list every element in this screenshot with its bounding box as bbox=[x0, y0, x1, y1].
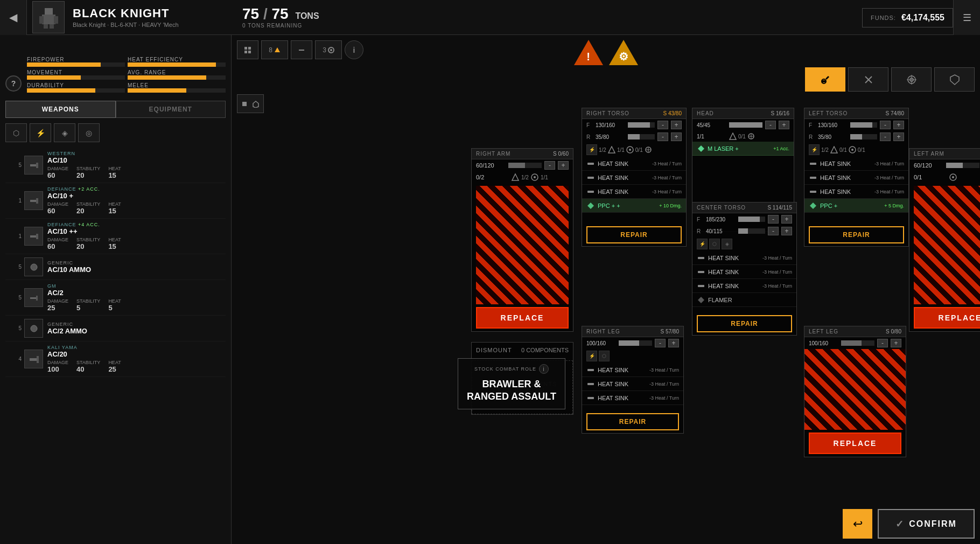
rl-comp-1[interactable]: HEAT SINK -3 Heat / Turn bbox=[582, 363, 683, 377]
undo-button[interactable]: ↩ bbox=[843, 509, 872, 539]
ct-hp-f-plus[interactable]: + bbox=[781, 215, 792, 224]
tab-weapons[interactable]: WEAPONS bbox=[5, 101, 116, 118]
combat-role-box: STOCK COMBAT ROLE i BRAWLER &RANGED ASSA… bbox=[458, 358, 565, 409]
ct-hp-r-plus[interactable]: + bbox=[781, 227, 792, 235]
svg-rect-64 bbox=[698, 257, 704, 259]
rt-hp-r-minus[interactable]: - bbox=[657, 132, 668, 141]
list-item[interactable]: 5 WESTERN AC/10 DAMAGE60 STABILITY20 HEA… bbox=[5, 148, 226, 183]
back-button[interactable]: ◀ bbox=[0, 0, 27, 35]
svg-marker-22 bbox=[275, 47, 280, 52]
lt-comp-2[interactable]: HEAT SINK -3 Heat / Turn bbox=[804, 171, 908, 185]
svg-marker-36 bbox=[950, 75, 959, 85]
left-arm-title: LEFT ARM bbox=[914, 151, 944, 157]
menu-button[interactable]: ☰ bbox=[953, 0, 980, 35]
rt-comp-4[interactable]: PPC + + + 10 Dmg. bbox=[582, 199, 686, 213]
svg-rect-46 bbox=[587, 163, 594, 165]
repair-right-leg-button[interactable]: REPAIR bbox=[586, 413, 679, 430]
svg-point-12 bbox=[31, 264, 37, 270]
lt-comp-1[interactable]: HEAT SINK -3 Heat / Turn bbox=[804, 157, 908, 171]
list-item[interactable]: 5 GM AC/2 DAMAGE25 STABILITY5 HEAT5 bbox=[5, 280, 226, 316]
confirm-button[interactable]: ✓ CONFIRM bbox=[878, 509, 975, 539]
list-item[interactable]: 5 GENERIC AC/2 AMMO bbox=[5, 316, 226, 341]
combat-role-info[interactable]: i bbox=[539, 364, 549, 374]
left-leg-title: LEFT LEG bbox=[809, 329, 838, 334]
toolbar-shield-btn[interactable] bbox=[237, 94, 264, 113]
repair-right-torso-button[interactable]: REPAIR bbox=[586, 226, 682, 243]
ct-comp-2[interactable]: HEAT SINK -3 Heat / Turn bbox=[692, 265, 796, 279]
tab-equipment[interactable]: EQUIPMENT bbox=[116, 101, 226, 118]
repair-left-torso-button[interactable]: REPAIR bbox=[809, 226, 904, 243]
mode-btn-wrench[interactable] bbox=[805, 67, 845, 92]
right-torso-title: RIGHT TORSO bbox=[586, 110, 629, 116]
rt-hp-f-minus[interactable]: - bbox=[657, 121, 668, 129]
help-icon[interactable]: ? bbox=[5, 75, 22, 92]
mode-btn-shield[interactable] bbox=[934, 67, 975, 92]
filter-energy[interactable]: ◈ bbox=[54, 123, 75, 142]
info-button[interactable]: i bbox=[345, 40, 363, 59]
svg-rect-60 bbox=[810, 191, 816, 193]
ct-hp-f-minus[interactable]: - bbox=[768, 215, 779, 224]
head-comp-1[interactable]: M LASER + +1 Acc. bbox=[692, 142, 794, 156]
rl-hp-minus[interactable]: - bbox=[655, 339, 666, 347]
rt-comp-2[interactable]: HEAT SINK -3 Heat / Turn bbox=[582, 171, 686, 185]
filter-missile[interactable]: ◎ bbox=[78, 123, 100, 142]
toolbar-btn-3[interactable] bbox=[291, 40, 312, 59]
tonnage-remaining: 0 TONS REMAINING bbox=[242, 23, 319, 29]
svg-rect-5 bbox=[50, 24, 54, 29]
filter-ballistic[interactable]: ⚡ bbox=[30, 123, 51, 142]
toolbar-btn-4[interactable]: 3 bbox=[315, 40, 342, 59]
rt-hp-f-plus[interactable]: + bbox=[671, 121, 682, 129]
svg-rect-23 bbox=[299, 50, 304, 51]
ll-hp-minus[interactable]: - bbox=[877, 339, 888, 347]
hp-minus-right-arm[interactable]: - bbox=[544, 161, 555, 170]
toolbar-btn-2[interactable]: 8 bbox=[261, 40, 288, 59]
lt-comp-3[interactable]: HEAT SINK -3 Heat / Turn bbox=[804, 185, 908, 199]
rt-comp-3[interactable]: HEAT SINK -3 Heat / Turn bbox=[582, 185, 686, 199]
viewport-toolbar: 8 3 i bbox=[237, 40, 363, 59]
svg-marker-61 bbox=[810, 203, 816, 209]
hp-plus-right-arm[interactable]: + bbox=[558, 161, 569, 170]
rl-comp-3[interactable]: HEAT SINK -3 Heat / Turn bbox=[582, 391, 683, 405]
repair-center-torso-button[interactable]: REPAIR bbox=[697, 315, 792, 332]
ct-comp-3[interactable]: HEAT SINK -3 Heat / Turn bbox=[692, 279, 796, 293]
ct-hp-r-minus[interactable]: - bbox=[768, 227, 779, 235]
head-hp-plus[interactable]: + bbox=[779, 121, 789, 129]
lt-hp-r-plus[interactable]: + bbox=[893, 132, 904, 141]
replace-left-arm-button[interactable]: REPLACE bbox=[914, 307, 980, 329]
list-item[interactable]: 1 DEFIANCE +2 ACC. AC/10 + DAMAGE60 STAB… bbox=[5, 183, 226, 219]
alert-icon-2: ⚙ bbox=[608, 38, 638, 67]
svg-rect-48 bbox=[587, 191, 594, 193]
lt-hp-r-minus[interactable]: - bbox=[880, 132, 891, 141]
melee-stat: MELEE bbox=[128, 82, 226, 93]
mode-btn-target[interactable] bbox=[891, 67, 932, 92]
replace-left-leg-button[interactable]: REPLACE bbox=[809, 433, 901, 454]
second-toolbar bbox=[237, 94, 264, 113]
replace-right-arm-button[interactable]: REPLACE bbox=[476, 307, 569, 329]
filter-all[interactable]: ⬡ bbox=[5, 123, 27, 142]
rt-comp-1[interactable]: HEAT SINK -3 Heat / Turn bbox=[582, 157, 686, 171]
ct-comp-1[interactable]: HEAT SINK -3 Heat / Turn bbox=[692, 251, 796, 265]
toolbar-btn-1[interactable] bbox=[237, 40, 258, 59]
right-arm-title: RIGHT ARM bbox=[476, 151, 510, 157]
lt-hp-f-minus[interactable]: - bbox=[880, 121, 891, 129]
firepower-stat: FIREPOWER bbox=[27, 57, 125, 67]
rl-hp-plus[interactable]: + bbox=[668, 339, 679, 347]
ct-comp-4[interactable]: FLAMER bbox=[692, 293, 796, 307]
mech-avatar bbox=[32, 1, 65, 33]
list-item[interactable]: 5 GENERIC AC/10 AMMO bbox=[5, 254, 226, 280]
weapon-icon bbox=[24, 288, 43, 307]
mech-name: BLACK KNIGHT bbox=[73, 6, 980, 20]
lt-hp-f-plus[interactable]: + bbox=[893, 121, 904, 129]
mode-btn-x[interactable] bbox=[848, 67, 888, 92]
left-torso-slots: S 74/80 bbox=[886, 110, 904, 116]
svg-rect-0 bbox=[45, 8, 53, 15]
head-hp-minus[interactable]: - bbox=[765, 121, 776, 129]
rt-hp-r-plus[interactable]: + bbox=[671, 132, 682, 141]
svg-point-57 bbox=[851, 149, 853, 151]
lt-comp-4[interactable]: PPC + + 5 Dmg. bbox=[804, 199, 908, 213]
svg-rect-4 bbox=[44, 24, 48, 29]
rl-comp-2[interactable]: HEAT SINK -3 Heat / Turn bbox=[582, 377, 683, 391]
list-item[interactable]: 4 KALI YAMA AC/20 DAMAGE100 STABILITY40 … bbox=[5, 341, 226, 377]
list-item[interactable]: 1 DEFIANCE +4 ACC. AC/10 ++ DAMAGE60 STA… bbox=[5, 219, 226, 254]
ll-hp-plus[interactable]: + bbox=[891, 339, 901, 347]
